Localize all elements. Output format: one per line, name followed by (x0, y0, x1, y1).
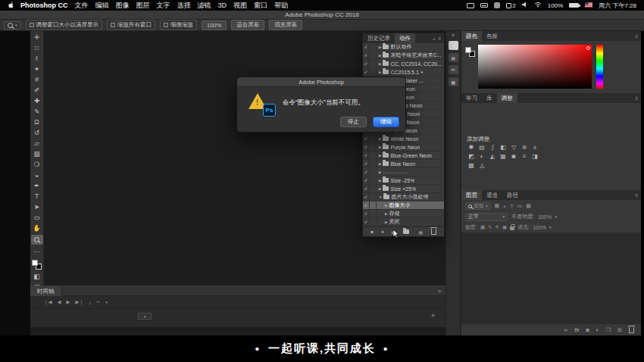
history-brush-tool[interactable]: ↺ (32, 129, 42, 136)
gradient-tool[interactable]: ▧ (32, 150, 42, 158)
levels-icon[interactable]: ▤ (477, 143, 487, 152)
disclosure-icon[interactable]: ▶ (379, 145, 381, 149)
menubar-clock[interactable]: 周六 下午7:28 (599, 2, 636, 10)
action-row[interactable]: ✓▶White Neon (363, 135, 444, 143)
invert-icon[interactable]: ◙ (508, 152, 519, 161)
posterize-icon[interactable]: ≡ (519, 152, 530, 161)
chevron-down-icon[interactable]: ▾ (555, 214, 558, 219)
disclosure-icon[interactable]: ▶ (379, 187, 381, 191)
dialog-toggle-cell[interactable] (370, 168, 377, 176)
tab-swatches[interactable]: 色板 (482, 31, 502, 41)
quick-selection-tool[interactable]: ✦ (32, 65, 42, 73)
collapse-icon[interactable]: » (433, 36, 435, 41)
check-icon[interactable]: ✓ (363, 218, 370, 226)
dialog-toggle-cell[interactable] (370, 193, 377, 201)
layer-style-icon[interactable]: fx (574, 327, 579, 332)
character-panel-icon[interactable]: ▤ (449, 53, 458, 62)
check-icon[interactable]: ✓ (363, 168, 370, 176)
threshold-icon[interactable]: ◨ (530, 152, 540, 161)
disclosure-icon[interactable]: ▶ (379, 70, 381, 74)
display-icon[interactable] (467, 3, 474, 8)
check-icon[interactable]: ✓ (363, 160, 370, 167)
continue-button[interactable]: 继续 (373, 117, 399, 127)
gradient-map-icon[interactable]: ▩ (466, 161, 477, 170)
next-frame-icon[interactable]: ▶❘ (75, 299, 83, 305)
channel-mixer-icon[interactable]: ◭ (487, 152, 498, 161)
eraser-tool[interactable]: ▱ (32, 139, 42, 147)
disclosure-icon[interactable]: ▶ (379, 162, 381, 166)
menu-edit[interactable]: 编辑 (95, 1, 109, 11)
dialog-toggle-cell[interactable] (370, 135, 377, 142)
new-adjustment-icon[interactable]: ◐ (596, 327, 599, 332)
marquee-tool[interactable]: □ (32, 44, 42, 51)
disclosure-icon[interactable]: ▶ (379, 170, 381, 174)
check-icon[interactable]: ✓ (363, 135, 370, 142)
zoom-100-button[interactable]: 100% (202, 20, 227, 30)
check-icon[interactable]: ✓ (363, 193, 370, 201)
check-icon[interactable]: ✓ (363, 51, 370, 59)
tab-channels[interactable]: 通道 (482, 190, 502, 200)
apple-icon[interactable] (8, 2, 14, 10)
tab-actions[interactable]: 动作 (395, 33, 415, 43)
tab-color[interactable]: 颜色 (461, 31, 482, 41)
layer-mask-icon[interactable]: ◙ (586, 327, 589, 332)
disclosure-icon[interactable]: ▶ (379, 45, 381, 49)
link-layers-icon[interactable]: ∞ (564, 327, 567, 332)
menu-type[interactable]: 文字 (157, 1, 170, 11)
quick-mask-icon[interactable]: ◧ (32, 273, 42, 280)
collapse-panels-icon[interactable]: « (452, 33, 455, 38)
glyphs-panel-icon[interactable]: ▦ (449, 77, 458, 86)
dialog-toggle-cell[interactable] (370, 201, 377, 209)
check-icon[interactable]: ✓ (363, 143, 370, 151)
disclosure-icon[interactable]: ▶ (385, 204, 387, 208)
menu-filter[interactable]: 滤镜 (198, 1, 211, 11)
panel-menu-icon[interactable]: ≡ (635, 193, 638, 198)
dialog-toggle-cell[interactable] (370, 218, 377, 226)
action-row-separator[interactable]: ✓▶---------- (363, 168, 444, 176)
fill-screen-button[interactable]: 填充屏幕 (269, 20, 302, 30)
menu-app-name[interactable]: Photoshop CC (20, 2, 68, 9)
action-row[interactable]: ✓▶灰暗手绘艺术效果C... (363, 51, 444, 60)
delete-action-icon[interactable] (431, 229, 436, 235)
path-selection-tool[interactable]: ➤ (32, 203, 42, 211)
first-frame-icon[interactable]: ❘◀ (44, 299, 52, 305)
scrubby-zoom-checkbox[interactable]: 细微缩放 (160, 20, 197, 30)
input-flag-icon[interactable] (585, 2, 592, 9)
tab-paths[interactable]: 路径 (502, 190, 523, 200)
check-icon[interactable]: ✓ (363, 201, 370, 209)
wifi-icon[interactable] (534, 2, 542, 9)
brush-tool[interactable]: ✎ (32, 108, 42, 115)
dialog-toggle-cell[interactable] (370, 68, 377, 76)
action-row[interactable]: ✓▶Blue-Green Neon (363, 151, 444, 160)
add-frame-icon[interactable]: ＋ (430, 311, 436, 320)
menu-image[interactable]: 图像 (116, 1, 130, 11)
color-fgbg-swatch[interactable] (465, 47, 475, 57)
action-row[interactable]: ✓▶默认动作 (363, 43, 444, 51)
lock-artboard-icon[interactable]: ▣ (502, 224, 507, 230)
chevron-down-icon[interactable]: ▾ (549, 225, 552, 229)
new-group-icon[interactable]: ❐ (606, 327, 611, 333)
tab-timeline[interactable]: 时间轴 (30, 286, 62, 296)
dialog-toggle-cell[interactable] (370, 143, 377, 151)
dialog-toggle-cell[interactable] (370, 160, 377, 167)
battery-icon[interactable] (569, 3, 579, 8)
tab-adjustments[interactable]: 调整 (497, 93, 517, 103)
stop-button[interactable]: 停止 (340, 117, 367, 127)
selective-color-icon[interactable]: ◬ (477, 161, 487, 170)
opacity-value[interactable]: 100% (538, 214, 552, 220)
dialog-toggle-cell[interactable] (370, 210, 377, 217)
lock-all-icon[interactable] (510, 226, 514, 230)
panel-menu-icon[interactable]: ≡ (635, 96, 638, 101)
clone-stamp-tool[interactable]: Ω (32, 118, 42, 126)
curves-icon[interactable]: ∫ (487, 143, 498, 152)
record-icon[interactable]: ● (381, 229, 384, 234)
delete-layer-icon[interactable] (629, 327, 634, 333)
eyedropper-tool[interactable]: ✐ (32, 86, 42, 94)
volume-icon[interactable] (522, 2, 528, 9)
panel-menu-icon[interactable]: ≡ (438, 289, 445, 294)
audio-icon[interactable]: ♪ (89, 300, 91, 305)
lasso-tool[interactable]: ℓ (32, 55, 42, 62)
badge-icon[interactable]: 2 (506, 2, 515, 9)
crop-tool[interactable]: # (32, 76, 42, 83)
new-layer-icon[interactable]: ⊞ (617, 327, 622, 333)
